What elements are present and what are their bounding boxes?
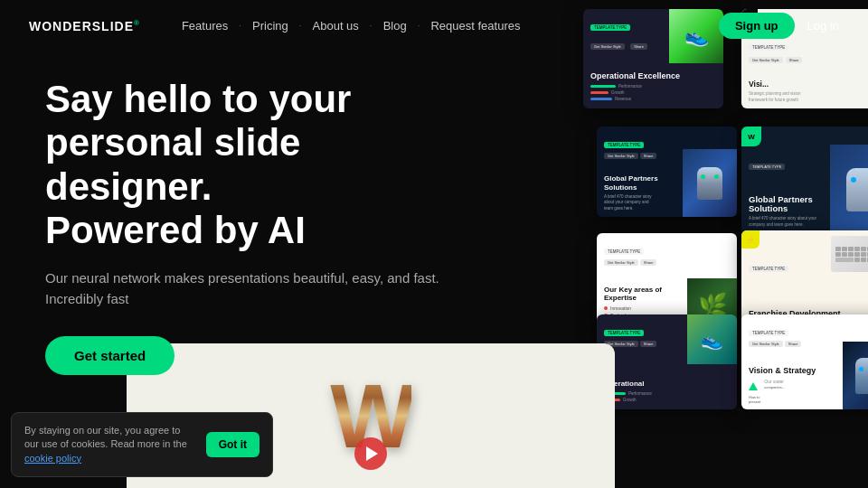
- get-started-button[interactable]: Get started: [45, 336, 175, 375]
- nav-actions: Sign up Log in: [719, 13, 839, 39]
- nav-about[interactable]: About us: [307, 15, 364, 36]
- slide-vision-title: Vision & Strategy: [749, 366, 841, 376]
- nav-dot-3: ·: [370, 21, 373, 31]
- login-button[interactable]: Log in: [807, 19, 839, 33]
- slide-global-large-title: Global Partners Solutions: [749, 195, 827, 214]
- slide-visi-title: Visi...: [749, 80, 868, 89]
- nav-blog[interactable]: Blog: [378, 15, 412, 36]
- slide-global-large: W TEMPLATE TYPE Global Partners Solution…: [741, 127, 868, 235]
- nav-pricing[interactable]: Pricing: [247, 15, 294, 36]
- slide-global-blue: TEMPLATE TYPE Get Similar Style Share Gl…: [597, 127, 737, 217]
- hero-title: Say hello to your personal slide designe…: [45, 78, 470, 252]
- cookie-accept-button[interactable]: Got it: [206, 432, 259, 457]
- cookie-policy-link[interactable]: cookie policy: [24, 453, 81, 464]
- slide-operational-bottom: 👟 TEMPLATE TYPE Get Similar Style Share …: [597, 314, 737, 409]
- nav-dot-2: ·: [299, 21, 302, 31]
- cookie-bar: By staying on our site, you agree to our…: [11, 412, 273, 477]
- slide-global-blue-title: Global Partners Solutions: [604, 174, 678, 192]
- nav-features[interactable]: Features: [176, 15, 233, 36]
- slide-op-title: Operational Excellence: [590, 71, 680, 81]
- nav-request[interactable]: Request features: [425, 15, 525, 36]
- slide-expertise-title: Our Key areas of Expertise: [604, 286, 683, 303]
- signup-button[interactable]: Sign up: [719, 13, 795, 39]
- hero-subtitle: Our neural network makes presentations b…: [45, 268, 470, 309]
- nav-dot-1: ·: [239, 21, 241, 31]
- slide-vision-strategy: TEMPLATE TYPE Get Similar Style Share Vi…: [741, 314, 868, 409]
- nav-links: Features · Pricing · About us · Blog · R…: [176, 15, 719, 36]
- logo[interactable]: WONDERSLIDE®: [29, 19, 140, 33]
- navbar: WONDERSLIDE® Features · Pricing · About …: [0, 0, 868, 52]
- nav-dot-4: ·: [418, 21, 420, 31]
- slide-op-bottom-title: Operational: [604, 380, 730, 389]
- cookie-text: By staying on our site, you agree to our…: [24, 424, 195, 465]
